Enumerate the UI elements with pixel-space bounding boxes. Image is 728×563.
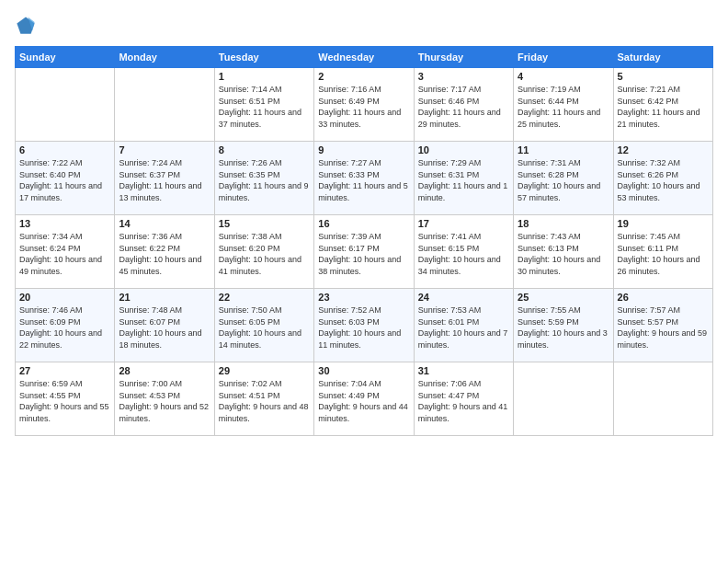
day-number: 6 [19,144,110,155]
day-cell: 27Sunrise: 6:59 AMSunset: 4:55 PMDayligh… [16,362,115,436]
day-number: 21 [119,292,210,303]
day-number: 19 [618,218,709,229]
day-cell: 2Sunrise: 7:16 AMSunset: 6:49 PMDaylight… [314,68,414,142]
day-number: 11 [518,144,609,155]
calendar-table: SundayMondayTuesdayWednesdayThursdayFrid… [15,46,713,436]
day-cell: 20Sunrise: 7:46 AMSunset: 6:09 PMDayligh… [16,289,115,362]
day-number: 12 [618,144,709,155]
day-cell: 6Sunrise: 7:22 AMSunset: 6:40 PMDaylight… [16,142,115,215]
day-number: 9 [318,144,409,155]
day-cell: 8Sunrise: 7:26 AMSunset: 6:35 PMDaylight… [214,142,313,215]
day-info: Sunrise: 7:45 AMSunset: 6:11 PMDaylight:… [618,231,709,277]
weekday-friday: Friday [514,47,613,68]
day-info: Sunrise: 7:46 AMSunset: 6:09 PMDaylight:… [19,304,110,350]
day-info: Sunrise: 7:57 AMSunset: 5:57 PMDaylight:… [618,304,709,350]
day-info: Sunrise: 7:43 AMSunset: 6:13 PMDaylight:… [518,231,609,277]
day-info: Sunrise: 7:26 AMSunset: 6:35 PMDaylight:… [219,157,310,203]
day-number: 28 [119,365,210,376]
day-cell: 1Sunrise: 7:14 AMSunset: 6:51 PMDaylight… [214,68,313,142]
day-number: 5 [618,71,709,82]
day-number: 1 [219,71,310,82]
day-cell: 4Sunrise: 7:19 AMSunset: 6:44 PMDaylight… [514,68,613,142]
day-info: Sunrise: 7:55 AMSunset: 5:59 PMDaylight:… [518,304,609,350]
day-cell: 24Sunrise: 7:53 AMSunset: 6:01 PMDayligh… [414,289,513,362]
page: SundayMondayTuesdayWednesdayThursdayFrid… [0,0,728,563]
day-cell: 17Sunrise: 7:41 AMSunset: 6:15 PMDayligh… [414,215,513,289]
weekday-thursday: Thursday [414,47,513,68]
day-number: 30 [318,365,409,376]
weekday-wednesday: Wednesday [314,47,414,68]
day-number: 15 [219,218,310,229]
day-info: Sunrise: 7:41 AMSunset: 6:15 PMDaylight:… [418,231,509,277]
weekday-tuesday: Tuesday [214,47,313,68]
day-info: Sunrise: 7:06 AMSunset: 4:47 PMDaylight:… [418,378,509,424]
day-number: 3 [418,71,509,82]
day-cell: 12Sunrise: 7:32 AMSunset: 6:26 PMDayligh… [613,142,712,215]
logo [15,15,40,37]
day-info: Sunrise: 7:31 AMSunset: 6:28 PMDaylight:… [518,157,609,203]
week-row-1: 6Sunrise: 7:22 AMSunset: 6:40 PMDaylight… [16,142,713,215]
day-cell: 10Sunrise: 7:29 AMSunset: 6:31 PMDayligh… [414,142,513,215]
day-info: Sunrise: 7:04 AMSunset: 4:49 PMDaylight:… [318,378,409,424]
day-cell: 23Sunrise: 7:52 AMSunset: 6:03 PMDayligh… [314,289,414,362]
day-number: 22 [219,292,310,303]
day-cell: 5Sunrise: 7:21 AMSunset: 6:42 PMDaylight… [613,68,712,142]
day-number: 26 [618,292,709,303]
day-info: Sunrise: 7:34 AMSunset: 6:24 PMDaylight:… [19,231,110,277]
header [15,15,713,37]
day-cell: 29Sunrise: 7:02 AMSunset: 4:51 PMDayligh… [214,362,313,436]
week-row-3: 20Sunrise: 7:46 AMSunset: 6:09 PMDayligh… [16,289,713,362]
day-cell: 11Sunrise: 7:31 AMSunset: 6:28 PMDayligh… [514,142,613,215]
weekday-header-row: SundayMondayTuesdayWednesdayThursdayFrid… [16,47,713,68]
weekday-monday: Monday [115,47,214,68]
day-cell [514,362,613,436]
day-info: Sunrise: 7:00 AMSunset: 4:53 PMDaylight:… [119,378,210,424]
day-number: 10 [418,144,509,155]
day-info: Sunrise: 7:27 AMSunset: 6:33 PMDaylight:… [318,157,409,203]
day-info: Sunrise: 7:38 AMSunset: 6:20 PMDaylight:… [219,231,310,277]
day-number: 29 [219,365,310,376]
day-number: 27 [19,365,110,376]
day-number: 13 [19,218,110,229]
day-cell: 21Sunrise: 7:48 AMSunset: 6:07 PMDayligh… [115,289,214,362]
day-info: Sunrise: 6:59 AMSunset: 4:55 PMDaylight:… [19,378,110,424]
day-cell: 25Sunrise: 7:55 AMSunset: 5:59 PMDayligh… [514,289,613,362]
weekday-sunday: Sunday [16,47,115,68]
day-cell: 26Sunrise: 7:57 AMSunset: 5:57 PMDayligh… [613,289,712,362]
day-cell: 3Sunrise: 7:17 AMSunset: 6:46 PMDaylight… [414,68,513,142]
day-info: Sunrise: 7:32 AMSunset: 6:26 PMDaylight:… [618,157,709,203]
day-cell: 22Sunrise: 7:50 AMSunset: 6:05 PMDayligh… [214,289,313,362]
day-number: 20 [19,292,110,303]
day-info: Sunrise: 7:48 AMSunset: 6:07 PMDaylight:… [119,304,210,350]
day-number: 17 [418,218,509,229]
day-info: Sunrise: 7:17 AMSunset: 6:46 PMDaylight:… [418,84,509,130]
day-number: 14 [119,218,210,229]
day-info: Sunrise: 7:19 AMSunset: 6:44 PMDaylight:… [518,84,609,130]
day-info: Sunrise: 7:29 AMSunset: 6:31 PMDaylight:… [418,157,509,203]
day-info: Sunrise: 7:14 AMSunset: 6:51 PMDaylight:… [219,84,310,130]
week-row-4: 27Sunrise: 6:59 AMSunset: 4:55 PMDayligh… [16,362,713,436]
week-row-0: 1Sunrise: 7:14 AMSunset: 6:51 PMDaylight… [16,68,713,142]
day-cell [613,362,712,436]
day-cell: 28Sunrise: 7:00 AMSunset: 4:53 PMDayligh… [115,362,214,436]
day-info: Sunrise: 7:21 AMSunset: 6:42 PMDaylight:… [618,84,709,130]
day-info: Sunrise: 7:52 AMSunset: 6:03 PMDaylight:… [318,304,409,350]
day-number: 24 [418,292,509,303]
day-info: Sunrise: 7:16 AMSunset: 6:49 PMDaylight:… [318,84,409,130]
day-info: Sunrise: 7:24 AMSunset: 6:37 PMDaylight:… [119,157,210,203]
day-number: 25 [518,292,609,303]
day-number: 8 [219,144,310,155]
day-number: 4 [518,71,609,82]
day-cell [16,68,115,142]
day-number: 18 [518,218,609,229]
day-info: Sunrise: 7:36 AMSunset: 6:22 PMDaylight:… [119,231,210,277]
day-cell: 13Sunrise: 7:34 AMSunset: 6:24 PMDayligh… [16,215,115,289]
day-cell [115,68,214,142]
day-number: 7 [119,144,210,155]
day-cell: 7Sunrise: 7:24 AMSunset: 6:37 PMDaylight… [115,142,214,215]
day-cell: 14Sunrise: 7:36 AMSunset: 6:22 PMDayligh… [115,215,214,289]
day-cell: 30Sunrise: 7:04 AMSunset: 4:49 PMDayligh… [314,362,414,436]
day-cell: 16Sunrise: 7:39 AMSunset: 6:17 PMDayligh… [314,215,414,289]
day-info: Sunrise: 7:39 AMSunset: 6:17 PMDaylight:… [318,231,409,277]
day-info: Sunrise: 7:02 AMSunset: 4:51 PMDaylight:… [219,378,310,424]
